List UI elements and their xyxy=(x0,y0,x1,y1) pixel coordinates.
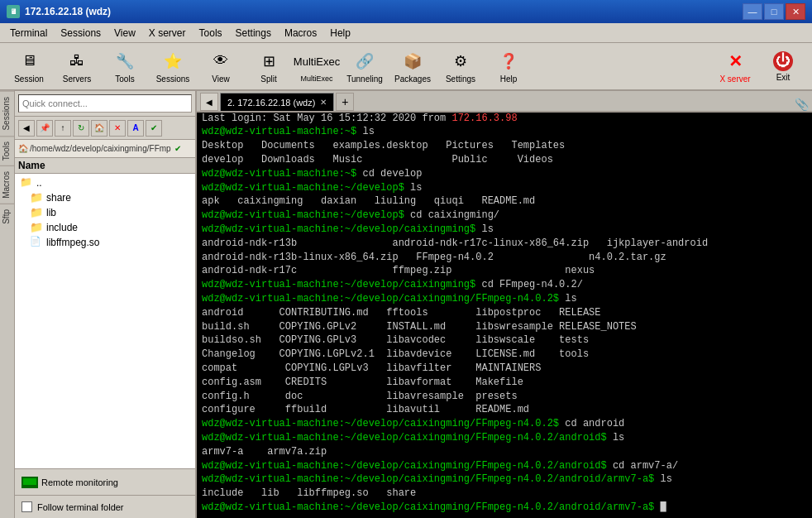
menu-macros[interactable]: Macros xyxy=(278,26,323,41)
tree-item-include-label: include xyxy=(46,222,78,233)
settings-label: Settings xyxy=(446,74,475,84)
path-nav-btn[interactable]: 🏠 xyxy=(18,144,28,153)
follow-terminal-bar: Follow terminal folder xyxy=(15,495,195,518)
file-tree-header: Name xyxy=(15,158,195,174)
xserver-label: X server xyxy=(719,74,750,84)
sessions-button[interactable]: ⭐ Sessions xyxy=(150,45,195,88)
terminal[interactable]: * Support: https://ubuntu.com/advantage … xyxy=(197,113,812,518)
menu-sessions[interactable]: Sessions xyxy=(54,26,107,41)
sidebar-toolbar: ◀ 📌 ↑ ↻ 🏠 ✕ A ✔ xyxy=(15,117,195,140)
tools-side-label[interactable]: Tools xyxy=(0,136,14,165)
macros-side-label[interactable]: Macros xyxy=(0,165,14,204)
sb-btn-a[interactable]: A xyxy=(127,120,144,137)
tree-item-libffmpeg-label: libffmpeg.so xyxy=(46,237,99,248)
exit-button[interactable]: ⏻ Exit xyxy=(761,45,805,88)
main-area: Sessions Tools Macros Sftp ◀ 📌 ↑ ↻ 🏠 ✕ A… xyxy=(0,91,812,518)
tree-item-lib-label: lib xyxy=(46,207,56,218)
folder-share-icon: 📁 xyxy=(30,191,43,204)
minimize-button[interactable]: — xyxy=(743,3,762,20)
split-icon: ⊞ xyxy=(257,50,280,73)
tunneling-icon: 🔗 xyxy=(353,50,376,73)
side-labels: Sessions Tools Macros Sftp xyxy=(0,91,15,518)
sb-btn-check[interactable]: ✔ xyxy=(146,120,162,137)
exit-label: Exit xyxy=(776,73,791,82)
title-bar: 🖥 172.16.22.18 (wdz) — □ ✕ xyxy=(0,0,812,23)
menu-help[interactable]: Help xyxy=(323,26,357,41)
menu-bar: Terminal Sessions View X server Tools Se… xyxy=(0,23,812,43)
tree-item-libffmpeg[interactable]: 📄 libffmpeg.so xyxy=(17,235,193,250)
tools-button[interactable]: 🔧 Tools xyxy=(103,45,147,88)
menu-settings[interactable]: Settings xyxy=(229,26,278,41)
servers-button[interactable]: 🖧 Servers xyxy=(55,45,99,88)
tunneling-label: Tunneling xyxy=(346,74,383,84)
servers-icon: 🖧 xyxy=(65,50,88,73)
quick-connect-input[interactable] xyxy=(18,94,192,113)
menu-view[interactable]: View xyxy=(107,26,142,41)
file-tree: 📁 .. 📁 share 📁 lib 📁 include 📄 li xyxy=(15,174,195,468)
help-icon: ❓ xyxy=(497,50,520,73)
help-button[interactable]: ❓ Help xyxy=(486,45,531,88)
sb-btn-up[interactable]: ↑ xyxy=(55,120,71,137)
sessions-icon: ⭐ xyxy=(161,50,184,73)
multiexec-button[interactable]: MultiExec MultiExec xyxy=(294,45,339,88)
menu-terminal[interactable]: Terminal xyxy=(3,26,54,41)
sessions-label: Sessions xyxy=(156,74,190,84)
session-button[interactable]: 🖥 Session xyxy=(7,45,51,88)
tab-1-close[interactable]: ✕ xyxy=(320,98,327,107)
remote-monitor-bar[interactable]: Remote monitoring xyxy=(15,468,195,495)
sftp-side-label[interactable]: Sftp xyxy=(0,204,14,229)
packages-label: Packages xyxy=(394,74,431,84)
folder-include-icon: 📁 xyxy=(30,221,43,234)
svg-rect-1 xyxy=(23,478,36,485)
follow-terminal-label: Follow terminal folder xyxy=(37,502,124,512)
path-bar: 🏠 /home/wdz/develop/caixingming/FFmp ✔ xyxy=(15,140,195,158)
exit-icon: ⏻ xyxy=(773,51,793,71)
sb-btn-refresh[interactable]: ↻ xyxy=(73,120,89,137)
view-icon: 👁 xyxy=(209,50,232,73)
sidebar: Sessions Tools Macros Sftp ◀ 📌 ↑ ↻ 🏠 ✕ A… xyxy=(0,91,197,518)
tab-add-button[interactable]: + xyxy=(336,93,354,111)
settings-button[interactable]: ⚙ Settings xyxy=(438,45,483,88)
servers-label: Servers xyxy=(63,74,91,84)
tree-item-share[interactable]: 📁 share xyxy=(17,190,193,205)
view-button[interactable]: 👁 View xyxy=(198,45,243,88)
tree-item-include[interactable]: 📁 include xyxy=(17,220,193,235)
follow-terminal-checkbox[interactable] xyxy=(21,501,32,512)
split-button[interactable]: ⊞ Split xyxy=(246,45,291,88)
tree-item-parent[interactable]: 📁 .. xyxy=(17,175,193,190)
maximize-button[interactable]: □ xyxy=(764,3,784,20)
menu-xserver[interactable]: X server xyxy=(142,26,193,41)
tunneling-button[interactable]: 🔗 Tunneling xyxy=(342,45,387,88)
path-ok-icon: ✔ xyxy=(174,144,181,153)
tab-bar: ◀ 2. 172.16.22.18 (wdz) ✕ + 📎 xyxy=(197,91,812,113)
toolbar: 🖥 Session 🖧 Servers 🔧 Tools ⭐ Sessions 👁… xyxy=(0,43,812,91)
close-button[interactable]: ✕ xyxy=(786,3,805,20)
tree-item-share-label: share xyxy=(46,192,71,204)
multiexec-icon: MultiExec xyxy=(305,50,328,73)
tree-item-parent-label: .. xyxy=(36,177,42,189)
clipboard-icon[interactable]: 📎 xyxy=(795,98,809,111)
remote-monitor-label: Remote monitoring xyxy=(41,477,118,487)
packages-button[interactable]: 📦 Packages xyxy=(390,45,435,88)
monitor-icon xyxy=(21,477,38,488)
sessions-side-label[interactable]: Sessions xyxy=(0,91,14,136)
sb-btn-2[interactable]: 📌 xyxy=(36,120,53,137)
app-icon: 🖥 xyxy=(7,5,20,18)
xserver-icon: ✕ xyxy=(724,50,747,73)
tree-item-lib[interactable]: 📁 lib xyxy=(17,205,193,220)
session-label: Session xyxy=(14,74,44,84)
menu-tools[interactable]: Tools xyxy=(193,26,229,41)
view-label: View xyxy=(212,74,230,84)
sb-btn-1[interactable]: ◀ xyxy=(18,120,35,137)
split-label: Split xyxy=(260,74,276,84)
xserver-button[interactable]: ✕ X server xyxy=(713,45,757,88)
window-title: 172.16.22.18 (wdz) xyxy=(25,6,111,17)
file-libffmpeg-icon: 📄 xyxy=(30,236,43,249)
tab-1[interactable]: 2. 172.16.22.18 (wdz) ✕ xyxy=(220,93,334,111)
settings-icon: ⚙ xyxy=(449,50,472,73)
sb-btn-x[interactable]: ✕ xyxy=(109,120,126,137)
tab-1-label: 2. 172.16.22.18 (wdz) xyxy=(227,98,315,108)
tab-nav-left[interactable]: ◀ xyxy=(200,93,218,111)
folder-up-icon: 📁 xyxy=(20,176,33,189)
sb-btn-home[interactable]: 🏠 xyxy=(91,120,107,137)
